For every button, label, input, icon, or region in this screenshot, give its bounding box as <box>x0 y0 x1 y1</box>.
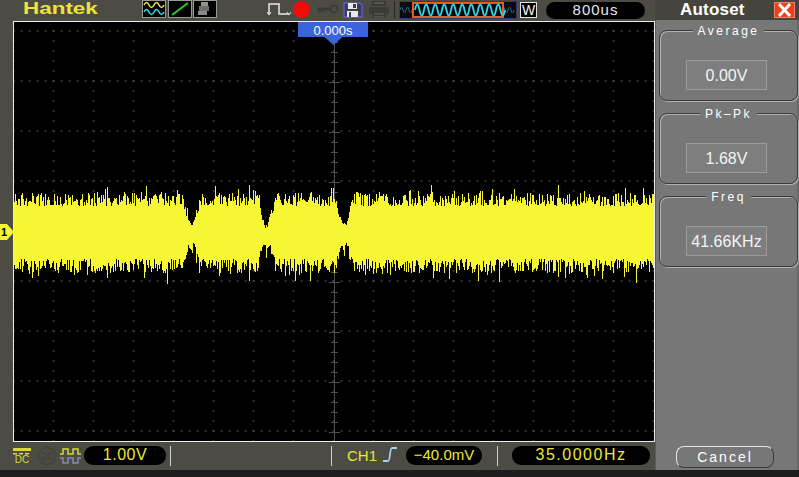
svg-text:0.000s: 0.000s <box>313 23 353 38</box>
svg-text:1: 1 <box>1 226 7 238</box>
svg-text:DC: DC <box>15 454 29 464</box>
svg-text:20: 20 <box>41 450 53 462</box>
